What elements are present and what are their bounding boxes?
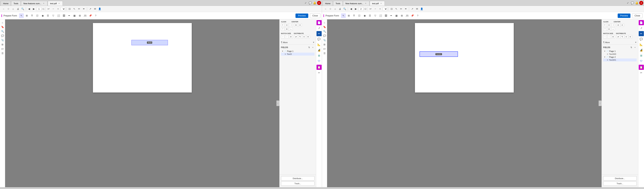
fields-text3-left[interactable]: ⊞ Text3	[281, 53, 314, 56]
strip-compare-icon-right[interactable]: ⊞	[639, 53, 644, 58]
fields-text3-0-right[interactable]: ⊞ Text3#0	[603, 53, 637, 56]
prev-page-btn-right[interactable]: ◀	[349, 7, 353, 11]
page-input-left[interactable]: 1	[36, 7, 42, 11]
cursor-btn-left[interactable]: ↖	[72, 7, 76, 11]
search-btn-left[interactable]: 🔍	[20, 7, 25, 11]
canvas-area-left[interactable]: Text3 ‹	[5, 19, 279, 187]
tab-close-test-pdf-right[interactable]: ×	[380, 2, 382, 5]
user-btn-left[interactable]: 👤	[98, 7, 102, 11]
form-listbox-btn-right[interactable]: ☰	[368, 13, 372, 18]
zoom-in-btn-left[interactable]: +	[56, 7, 60, 11]
collapse-arrow-right[interactable]: ‹	[599, 101, 602, 106]
form-help-btn-right[interactable]: ?	[415, 13, 420, 18]
strip-export-icon-right[interactable]: ↗	[639, 25, 644, 31]
more-row-left[interactable]: ¶ More ▼	[281, 40, 314, 45]
form-pin-btn-left[interactable]: 📌	[88, 13, 93, 18]
dist-eq-h-btn-r[interactable]: ⊟	[624, 35, 628, 38]
fields-add-btn-r[interactable]: +	[634, 46, 637, 49]
undo-btn-left[interactable]: ↩	[46, 7, 51, 11]
left-comment-icon[interactable]: 💬	[0, 34, 4, 38]
fields-sort-btn-r[interactable]: ⇅	[630, 46, 633, 49]
canvas-area-right[interactable]: Text3#1 ‹	[327, 19, 602, 187]
dist-v-btn[interactable]: ⇅	[298, 35, 302, 38]
email-btn-right[interactable]: ✉	[415, 7, 419, 11]
left-home-icon[interactable]: ⌂	[0, 20, 4, 24]
strip-pdf-icon-left[interactable]: 📄	[316, 20, 322, 25]
prev-page-btn-left[interactable]: ◀	[27, 7, 31, 11]
dist-v-btn-r[interactable]: ⇅	[620, 35, 624, 38]
form-pin-btn-right[interactable]: 📌	[410, 13, 415, 18]
align-center-v-btn-r[interactable]: ⊞	[607, 27, 611, 31]
strip-comment-icon-right[interactable]: 💬	[639, 36, 644, 42]
strip-pdf-icon-right[interactable]: 📄	[639, 20, 644, 25]
match-both-btn[interactable]: ⊞	[289, 35, 293, 38]
match-height-btn-r[interactable]: ↕	[607, 35, 611, 38]
print-btn-left[interactable]: 🖨	[16, 7, 20, 11]
right-bookmark-icon[interactable]: 🔖	[322, 25, 326, 29]
right-fields-icon[interactable]: ☰	[322, 51, 326, 55]
zoom-out-btn-right[interactable]: −	[373, 7, 378, 11]
right-comment-icon[interactable]: 💬	[322, 34, 326, 38]
tab-home-left[interactable]: Home	[1, 1, 11, 6]
align-right-btn[interactable]: ⊣	[289, 23, 293, 27]
fields-text3-1-right[interactable]: ⊞ Text3#1	[603, 58, 637, 61]
search-btn-right[interactable]: 🔍	[342, 7, 347, 11]
preview-btn-left[interactable]: Preview	[296, 13, 308, 18]
text-field-text3-1[interactable]: Text3#1	[420, 51, 458, 57]
form-image-btn-right[interactable]: 🖼	[384, 13, 388, 18]
form-sign-btn-left[interactable]: ✒	[67, 13, 72, 18]
zoom-select-left[interactable]: 163%	[60, 7, 65, 11]
tab-tools-left[interactable]: Tools	[11, 1, 21, 6]
match-width-btn[interactable]: ↔	[281, 35, 285, 38]
next-page-btn-right[interactable]: ▶	[354, 7, 358, 11]
fields-page2-right[interactable]: ▼ 📄 Page 2	[603, 56, 637, 58]
form-table-btn-left[interactable]: ⊞	[78, 13, 82, 18]
collapse-arrow-left[interactable]: ‹	[276, 101, 279, 106]
sign-btn-left[interactable]: ✒	[82, 7, 86, 11]
align-bottom-btn[interactable]: ⊥	[289, 27, 293, 31]
tab-new-features-left[interactable]: New features sum... ×	[21, 1, 48, 6]
form-add-text-btn-left[interactable]: ⊞	[24, 13, 29, 18]
back-btn-left[interactable]: ←	[2, 7, 6, 11]
center-v-btn-r[interactable]: ⊞	[616, 23, 620, 27]
zoom-in-btn-right[interactable]: +	[378, 7, 382, 11]
track-btn-right[interactable]: Track...	[603, 181, 637, 186]
strip-export-icon-left[interactable]: ↗	[316, 25, 322, 31]
edit-btn-left[interactable]: ✏	[77, 7, 81, 11]
left-attach-icon[interactable]: 📎	[0, 38, 4, 42]
fields-add-btn[interactable]: +	[311, 46, 314, 49]
strip-edit-icon-right[interactable]: ✏	[639, 31, 644, 36]
match-both-btn-r[interactable]: ⊞	[611, 35, 615, 38]
h-scrollbar-left[interactable]	[0, 187, 322, 189]
dist-h-btn-r[interactable]: ⇄	[616, 35, 620, 38]
left-tag-icon[interactable]: 🏷	[0, 47, 4, 51]
match-height-btn[interactable]: ↕	[285, 35, 289, 38]
track-btn-left[interactable]: Track...	[281, 181, 314, 186]
fields-page1-left[interactable]: ▼ 📄 Page 1	[281, 50, 314, 53]
email-btn-left[interactable]: ✉	[93, 7, 97, 11]
distribute-btn-left[interactable]: Distribute...	[281, 176, 314, 181]
strip-measure-icon-left[interactable]: 📐	[316, 42, 322, 47]
share-btn-left[interactable]: ↗	[88, 7, 92, 11]
form-js-btn-right[interactable]: JS	[405, 13, 410, 18]
right-home-icon[interactable]: ⌂	[322, 20, 326, 24]
sign-btn-right[interactable]: ✒	[404, 7, 408, 11]
left-layers-icon[interactable]: ⊞	[0, 42, 4, 46]
strip-scissors-icon-right[interactable]: ✂	[639, 70, 644, 75]
form-radio-btn-left[interactable]: ◉	[40, 13, 45, 18]
strip-form-icon-right[interactable]: 📋	[639, 65, 644, 70]
form-barcode-btn-left[interactable]: ▦	[72, 13, 77, 18]
center-v-btn[interactable]: ⊞	[294, 23, 298, 27]
cursor-btn-right[interactable]: ↖	[394, 7, 398, 11]
home-btn-right[interactable]: ⌂	[333, 7, 337, 11]
strip-scissors-icon-left[interactable]: ✂	[316, 70, 322, 75]
form-text-btn-right[interactable]: T	[352, 13, 356, 18]
preview-btn-right[interactable]: Preview	[618, 13, 631, 18]
align-right-btn-r[interactable]: ⊣	[611, 23, 615, 27]
strip-compare-icon-left[interactable]: ⊞	[316, 53, 322, 58]
align-center-h-btn[interactable]: ⊟	[285, 23, 289, 27]
form-cursor-btn-right[interactable]: ↖	[341, 13, 346, 18]
left-search-icon[interactable]: 🔍	[0, 29, 4, 33]
match-width-btn-r[interactable]: ↔	[603, 35, 607, 38]
tab-close-test-pdf-left[interactable]: ×	[58, 2, 60, 5]
